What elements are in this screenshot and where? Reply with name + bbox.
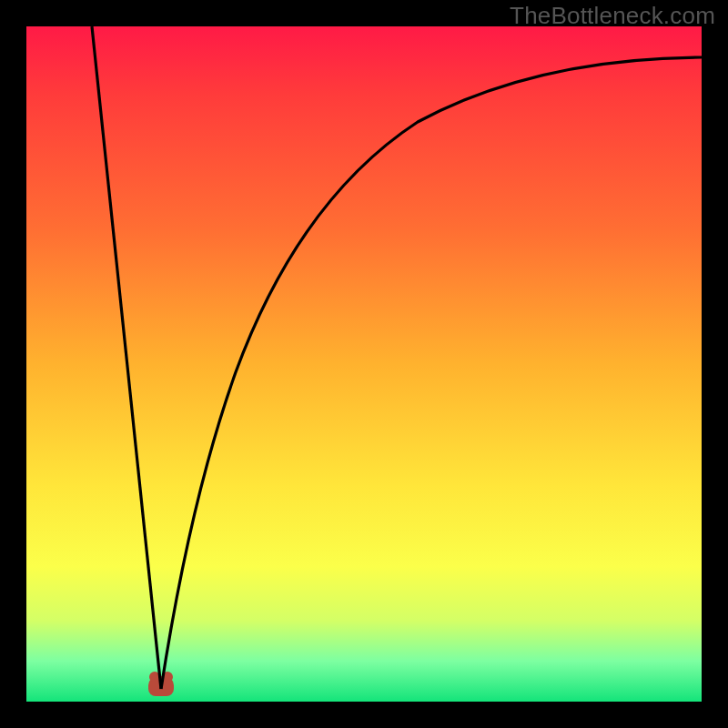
curve-left-branch — [92, 26, 161, 689]
plot-area — [26, 26, 702, 702]
bottleneck-curve — [26, 26, 702, 702]
chart-frame: TheBottleneck.com — [0, 0, 728, 728]
curve-right-branch — [161, 57, 702, 689]
